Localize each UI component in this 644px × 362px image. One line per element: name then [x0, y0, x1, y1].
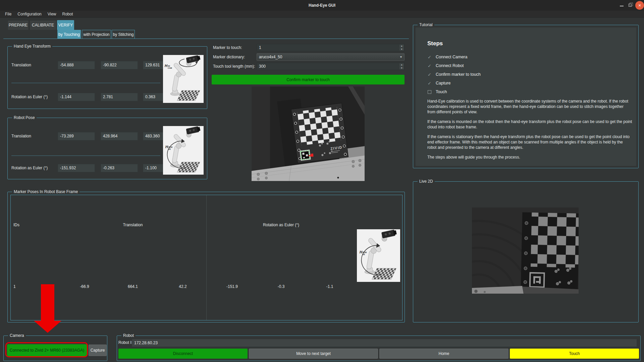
cell-tz: 42.2 [166, 284, 200, 289]
group-title: Camera [8, 333, 26, 338]
step-confirm-marker: ✓ Confirm marker to touch [427, 71, 481, 78]
subtab-by-stitching[interactable]: by Stitching [112, 30, 135, 39]
tab-verify[interactable]: VERIFY [57, 20, 74, 30]
group-title: Hand Eye Transform [12, 44, 52, 49]
robot-pose-illustration: HROBEE [163, 126, 204, 175]
rotation-label: Rotation as Euler (°) [11, 95, 48, 99]
group-title: Robot Pose [12, 115, 37, 120]
maximize-icon[interactable] [629, 4, 632, 7]
cell-ty: 664.1 [116, 284, 150, 289]
confirm-marker-button[interactable]: Confirm marker to touch [212, 75, 405, 84]
marker-to-touch-spinbox[interactable]: 1 ▴▾ [257, 44, 405, 51]
application-window: Hand-Eye GUI ✕ File Configuration View R… [0, 0, 644, 362]
hand-eye-rotation-x[interactable]: -1.144 [58, 93, 95, 101]
menu-robot[interactable]: Robot [59, 12, 76, 16]
col-header-ids: IDs [13, 223, 19, 227]
group-title: Robot [121, 333, 136, 338]
column-divider [206, 195, 207, 320]
spin-up-icon[interactable]: ▴ [399, 45, 404, 48]
cell-tx: -66.9 [68, 284, 101, 289]
chevron-down-icon: ▾ [400, 55, 402, 59]
annotation-highlight-ring [5, 342, 88, 357]
tutorial-panel: Steps ✓ Connect Camera ✓ Connect Robot ✓… [416, 27, 636, 166]
spin-up-icon[interactable]: ▴ [399, 63, 404, 66]
tab-calibrate[interactable]: CALIBRATE [30, 20, 56, 30]
hand-eye-translation-y[interactable]: -90.822 [101, 61, 138, 69]
capture-button[interactable]: Capture [89, 345, 107, 356]
group-title: Marker Poses In Robot Base Frame [12, 189, 79, 194]
check-icon: ✓ [427, 72, 432, 77]
robot-pose-rotation-x[interactable]: -151.932 [58, 164, 95, 172]
menu-configuration[interactable]: Configuration [14, 12, 44, 16]
rotation-label: Rotation as Euler (°) [11, 166, 48, 170]
subtab-with-projection[interactable]: with Projection [82, 30, 111, 39]
check-icon: ✓ [427, 81, 432, 86]
step-connect-robot: ✓ Connect Robot [427, 62, 464, 69]
tutorial-group: Tutorial Steps ✓ Connect Camera ✓ Connec… [413, 25, 639, 168]
touch-tool-length-label: Touch tool length (mm): [213, 64, 255, 69]
spin-down-icon[interactable]: ▾ [399, 67, 404, 70]
disconnect-button[interactable]: Disconnect [118, 349, 248, 359]
col-header-translation: Translation [83, 223, 183, 227]
titlebar: Hand-Eye GUI ✕ [0, 0, 644, 11]
steps-heading: Steps [427, 40, 443, 47]
marker-dictionary-dropdown[interactable]: aruco4x4_50 ▾ [257, 53, 405, 61]
robot-pose-formula: HROBEE [165, 145, 172, 150]
check-icon: ✓ [427, 63, 432, 68]
step-connect-camera: ✓ Connect Camera [427, 54, 468, 60]
cell-ry: -0.3 [264, 284, 298, 289]
cell-rz: -1.1 [313, 284, 346, 289]
hand-eye-illustration: HEECAM [163, 55, 204, 103]
marker-poses-group: Marker Poses In Robot Base Frame IDs Tra… [7, 192, 405, 322]
group-title: Live 2D [418, 179, 435, 184]
touch-button[interactable]: Touch [510, 349, 639, 359]
annotation-arrow-head [34, 321, 61, 333]
step-touch: Touch [427, 88, 447, 95]
robot-ip-field[interactable]: 172.28.60.23 [132, 339, 637, 347]
cell-rx: -151.9 [215, 284, 249, 289]
home-button[interactable]: Home [379, 349, 508, 359]
marker-poses-table[interactable]: IDs Translation Rotation as Euler (°) 1 … [10, 195, 402, 320]
close-icon[interactable]: ✕ [635, 1, 644, 10]
marker-to-touch-label: Marker to touch: [213, 45, 242, 50]
menubar: File Configuration View Robot [0, 11, 644, 18]
divider [11, 156, 160, 156]
col-header-rotation: Rotation as Euler (°) [231, 223, 331, 227]
marker-pose-formula: HROBEE [360, 250, 367, 255]
robot-pose-rotation-y[interactable]: -0.263 [101, 164, 138, 172]
menu-file[interactable]: File [2, 12, 14, 16]
translation-label: Translation [11, 63, 31, 67]
live-2d-image [472, 207, 579, 294]
group-title: Tutorial [418, 22, 434, 27]
move-to-next-target-button[interactable]: Move to next target [249, 349, 378, 359]
tutorial-text: Hand-Eye calibration is used to convert … [427, 99, 633, 164]
step-capture: ✓ Capture [427, 80, 450, 86]
menu-view[interactable]: View [45, 12, 59, 16]
annotation-arrow [41, 284, 54, 321]
marker-dictionary-label: Marker dictionary: [213, 55, 245, 59]
touch-tool-length-spinbox[interactable]: 300 ▴▾ [257, 63, 405, 70]
marker-pose-illustration: HROBEE [357, 229, 400, 282]
hand-eye-rotation-y[interactable]: 2.781 [101, 93, 138, 101]
tab-prepare[interactable]: PREPARE [7, 20, 29, 30]
table-row[interactable]: 1 -66.9 664.1 42.2 -151.9 -0.3 -1.1 [11, 282, 403, 292]
divider [11, 83, 160, 83]
hand-eye-translation-x[interactable]: -54.888 [58, 61, 95, 69]
hand-eye-formula: HEECAM [165, 64, 172, 69]
unchecked-checkbox-icon [428, 90, 431, 94]
cell-id: 1 [13, 284, 16, 289]
robot-pose-translation-y[interactable]: 428.964 [101, 132, 138, 140]
translation-label: Translation [11, 134, 31, 138]
window-title: Hand-Eye GUI [0, 0, 644, 11]
robot-pose-group: Robot Pose Translation -73.289 428.964 4… [7, 118, 207, 179]
robot-group: Robot Robot IP 172.28.60.23 Disconnect M… [117, 336, 641, 361]
live-2d-group: Live 2D [413, 181, 639, 322]
hand-eye-transform-group: Hand Eye Transform Translation -54.888 -… [7, 46, 207, 109]
subtab-by-touching[interactable]: by Touching [57, 30, 81, 39]
check-icon: ✓ [427, 55, 432, 60]
camera-view-image: ZIVID [252, 86, 365, 181]
spin-down-icon[interactable]: ▾ [399, 48, 404, 51]
minimize-icon[interactable] [620, 6, 624, 6]
robot-pose-translation-x[interactable]: -73.289 [58, 132, 95, 140]
